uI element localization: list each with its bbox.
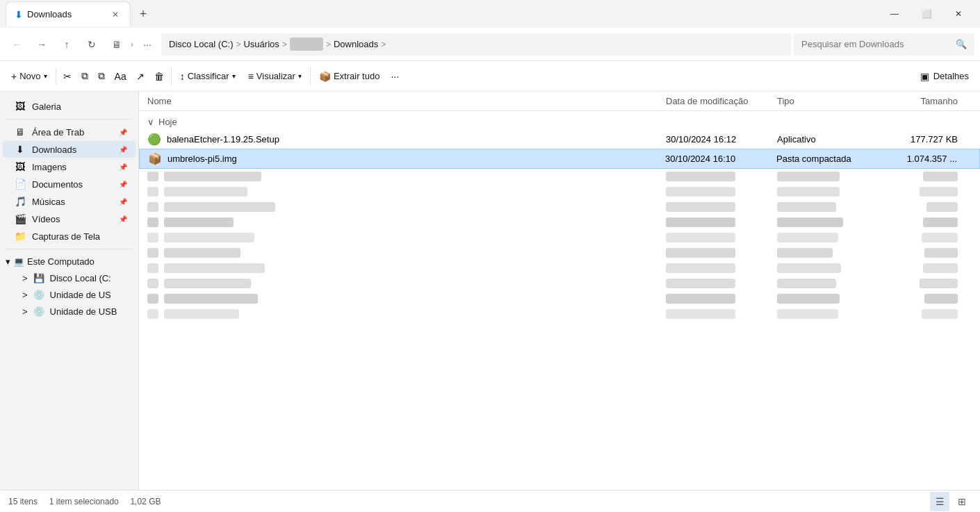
search-icon: 🔍: [956, 39, 967, 49]
sidebar-divider2: [6, 249, 133, 249]
toolbar-sep3: [310, 68, 311, 85]
balena-size: 177.727 KB: [888, 134, 972, 144]
videos-icon: 🎬: [14, 213, 26, 224]
col-header-type[interactable]: Tipo: [777, 96, 888, 106]
copy-button[interactable]: ⧉: [77, 67, 92, 85]
blurred-file-row[interactable]: [139, 261, 980, 276]
thispc-label: Este Computado: [27, 256, 95, 267]
pc-icon-button[interactable]: 🖥: [106, 33, 128, 56]
gallery-label: Galeria: [32, 101, 61, 112]
gallery-icon: 🖼: [14, 101, 26, 112]
blurred-file-row[interactable]: [139, 184, 980, 199]
sort-button[interactable]: ↕ Classificar ▾: [174, 68, 241, 85]
blurred-file-row[interactable]: [139, 276, 980, 291]
balena-name: balenaEtcher-1.19.25.Setup: [167, 134, 279, 144]
sidebar-item-disk[interactable]: > 💾 Disco Local (C:: [3, 270, 136, 286]
cut-button[interactable]: ✂: [59, 68, 76, 85]
sidebar-item-desktop[interactable]: 🖥 Área de Trab 📌: [3, 124, 136, 140]
forward-button[interactable]: →: [31, 33, 53, 56]
umbrelos-icon: 📦: [148, 152, 162, 165]
sidebar: 🖼 Galeria 🖥 Área de Trab 📌 ⬇ Downloads 📌…: [0, 92, 139, 490]
view-chevron: ▾: [298, 72, 302, 80]
status-bar: 15 itens 1 item selecionado 1,02 GB ☰ ⊞: [0, 490, 980, 512]
status-selected: 1 item selecionado: [49, 497, 119, 506]
file-group-today: ∨ Hoje: [139, 111, 980, 130]
umbrelos-name: umbrelos-pi5.img: [168, 154, 237, 164]
rename-button[interactable]: Aa: [111, 68, 131, 85]
col-header-date[interactable]: Data de modificação: [666, 96, 777, 106]
col-header-size[interactable]: Tamanho: [888, 96, 972, 106]
file-row-balena[interactable]: 🟢 balenaEtcher-1.19.25.Setup 30/10/2024 …: [139, 130, 980, 149]
images-icon: 🖼: [14, 161, 26, 172]
usb2-expand: >: [22, 306, 28, 317]
maximize-button[interactable]: ⬜: [910, 0, 942, 28]
breadcrumb[interactable]: Disco Local (C:) > Usuários > > Download…: [161, 33, 791, 56]
downloads-icon: ⬇: [14, 144, 26, 155]
documents-icon: 📄: [14, 179, 26, 190]
more-locations-button[interactable]: ···: [136, 33, 158, 56]
balena-type: Aplicativo: [777, 134, 888, 144]
sidebar-item-videos[interactable]: 🎬 Vídeos 📌: [3, 210, 136, 227]
bc-sep2: >: [282, 40, 287, 49]
downloads-label: Downloads: [32, 144, 76, 155]
sort-icon: ↕: [180, 71, 185, 82]
extract-button[interactable]: 📦 Extrair tudo: [313, 68, 385, 85]
new-tab-button[interactable]: +: [131, 1, 156, 26]
umbrelos-size: 1.074.357 ...: [888, 154, 971, 164]
blurred-file-row[interactable]: [139, 199, 980, 215]
file-row-umbrelos[interactable]: 📦 umbrelos-pi5.img 30/10/2024 16:10 Past…: [139, 149, 980, 169]
extract-icon: 📦: [319, 71, 331, 82]
sidebar-group-thispc[interactable]: ▾ 💻 Este Computado: [0, 254, 138, 270]
sidebar-item-images[interactable]: 🖼 Imagens 📌: [3, 158, 136, 175]
refresh-button[interactable]: ↻: [81, 33, 103, 56]
blurred-file-row[interactable]: [139, 230, 980, 245]
col-header-name[interactable]: Nome: [147, 96, 666, 106]
sidebar-item-usb2[interactable]: > 💿 Unidade de USB: [3, 304, 136, 320]
details-icon: ▣: [920, 71, 929, 82]
delete-icon: 🗑: [154, 71, 164, 82]
minimize-button[interactable]: —: [879, 0, 910, 28]
share-button[interactable]: ↗: [132, 68, 149, 85]
music-pin: 📌: [119, 198, 127, 206]
close-button[interactable]: ✕: [942, 0, 974, 28]
new-button[interactable]: + Novo ▾: [6, 68, 53, 85]
blurred-file-row[interactable]: [139, 245, 980, 261]
status-size: 1,02 GB: [130, 497, 161, 506]
documents-label: Documentos: [32, 179, 83, 190]
search-box[interactable]: 🔍: [794, 33, 974, 56]
sidebar-item-usb1[interactable]: > 💿 Unidade de US: [3, 287, 136, 303]
back-button[interactable]: ←: [6, 33, 28, 56]
images-pin: 📌: [119, 163, 127, 171]
paste-button[interactable]: ⧉: [94, 67, 109, 85]
bc-sep4: >: [381, 40, 386, 49]
main-content: 🖼 Galeria 🖥 Área de Trab 📌 ⬇ Downloads 📌…: [0, 92, 980, 490]
sidebar-item-gallery[interactable]: 🖼 Galeria: [3, 98, 136, 115]
delete-button[interactable]: 🗑: [150, 68, 168, 85]
search-input[interactable]: [801, 39, 952, 49]
list-view-button[interactable]: ☰: [930, 492, 949, 511]
sidebar-item-screenshots[interactable]: 📁 Capturas de Tela: [3, 228, 136, 245]
blurred-file-row[interactable]: [139, 215, 980, 230]
sidebar-item-music[interactable]: 🎵 Músicas 📌: [3, 193, 136, 210]
up-button[interactable]: ↑: [56, 33, 78, 56]
blurred-file-row[interactable]: [139, 169, 980, 184]
desktop-label: Área de Trab: [32, 127, 84, 138]
sort-label: Classificar: [188, 71, 229, 81]
group-chevron: ∨: [147, 117, 154, 127]
more-button[interactable]: ···: [386, 68, 403, 85]
sidebar-item-downloads[interactable]: ⬇ Downloads 📌: [3, 141, 136, 158]
view-button[interactable]: ≡ Visualizar ▾: [243, 68, 307, 85]
images-label: Imagens: [32, 162, 67, 172]
status-view-controls: ☰ ⊞: [930, 492, 972, 511]
tiles-view-button[interactable]: ⊞: [952, 492, 972, 511]
blurred-file-row[interactable]: [139, 291, 980, 306]
sidebar-item-documents[interactable]: 📄 Documentos 📌: [3, 176, 136, 192]
toolbar: + Novo ▾ ✂ ⧉ ⧉ Aa ↗ 🗑 ↕ Classificar ▾ ≡ …: [0, 61, 980, 92]
desktop-pin: 📌: [119, 129, 127, 136]
blurred-file-row[interactable]: [139, 306, 980, 322]
tab-close-button[interactable]: ✕: [109, 8, 122, 21]
tab-downloads[interactable]: ⬇ Downloads ✕: [6, 1, 131, 26]
extract-label: Extrair tudo: [334, 71, 379, 81]
details-button[interactable]: ▣ Detalhes: [915, 68, 974, 85]
bc-disk: Disco Local (C:): [169, 39, 233, 49]
